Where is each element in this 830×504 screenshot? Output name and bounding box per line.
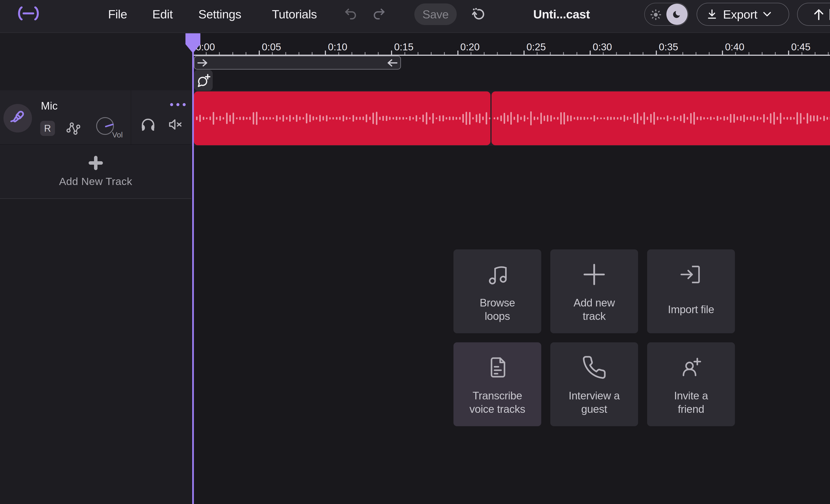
ruler-time-label: 0:25 xyxy=(526,41,546,53)
save-button[interactable]: Save xyxy=(414,3,457,25)
ruler-minor-tick xyxy=(351,52,352,55)
transcribe-document-icon xyxy=(485,355,510,380)
ruler-minor-tick xyxy=(206,52,206,55)
ruler-minor-tick xyxy=(775,52,776,55)
light-mode-sun-icon xyxy=(650,9,662,21)
quick-actions: Browseloops Add newtrack Import file Tra… xyxy=(453,249,735,426)
track-menu-button[interactable] xyxy=(170,101,186,108)
ruler-minor-tick xyxy=(682,52,683,55)
redo-button[interactable] xyxy=(372,7,386,21)
add-new-track-button[interactable]: Add New Track xyxy=(0,145,191,199)
theme-toggle[interactable] xyxy=(644,3,689,26)
ruler-major-tick xyxy=(259,51,260,55)
tile-import-file[interactable]: Import file xyxy=(647,249,735,333)
ruler-minor-tick xyxy=(246,52,247,55)
ruler-minor-tick xyxy=(616,52,617,55)
track-name[interactable]: Mic xyxy=(41,100,58,112)
person-plus-icon xyxy=(678,355,704,380)
tile-interview-a-guest[interactable]: Interview aguest xyxy=(550,342,638,426)
publish-up-arrow-icon xyxy=(813,8,824,20)
timeline-zoom-scrollbar[interactable] xyxy=(194,56,401,70)
mute-icon xyxy=(168,118,183,131)
track-header-main: Mic R Vol xyxy=(0,90,130,145)
publish-button[interactable] xyxy=(797,3,830,26)
ruler-minor-tick xyxy=(696,52,696,55)
monitor-headphones-button[interactable] xyxy=(141,118,155,131)
ruler-minor-tick xyxy=(378,52,379,55)
version-history-button[interactable] xyxy=(472,8,485,21)
ruler-time-label: 0:30 xyxy=(593,41,612,53)
dark-mode-moon-icon xyxy=(666,4,688,25)
left-panel: Mic R Vol xyxy=(0,33,191,504)
download-icon xyxy=(707,9,717,20)
ruler-minor-tick xyxy=(815,52,816,55)
waveform xyxy=(194,91,490,145)
version-history-icon xyxy=(472,8,485,21)
ruler-time-label: 0:45 xyxy=(791,41,810,53)
microphone-icon xyxy=(9,109,26,127)
ruler-minor-tick xyxy=(431,52,432,55)
menu-tutorials[interactable]: Tutorials xyxy=(272,0,317,33)
ruler-minor-tick xyxy=(748,52,749,55)
undo-button[interactable] xyxy=(344,7,357,21)
app-logo[interactable] xyxy=(16,6,41,20)
ruler-minor-tick xyxy=(709,52,710,55)
export-label: Export xyxy=(723,7,757,22)
track-header-monitor-section xyxy=(131,90,191,145)
audio-clip-1[interactable] xyxy=(194,91,490,145)
top-bar: FileEditSettingsTutorials Save Unti...ca… xyxy=(0,0,830,33)
automation-icon xyxy=(66,122,80,135)
menu-file[interactable]: File xyxy=(108,0,127,33)
ruler-minor-tick xyxy=(338,52,339,55)
ruler-major-tick xyxy=(788,51,789,55)
track-lane[interactable] xyxy=(191,90,830,146)
ruler-minor-tick xyxy=(510,52,511,55)
ruler-minor-tick xyxy=(405,52,405,55)
volume-knob-needle xyxy=(105,123,114,127)
add-comment-icon xyxy=(196,73,210,87)
record-arm-button[interactable]: R xyxy=(40,121,55,136)
tile-add-new-track[interactable]: Add newtrack xyxy=(550,249,638,333)
track-instrument-avatar[interactable] xyxy=(3,104,32,132)
import-file-icon xyxy=(678,262,704,287)
menu-edit[interactable]: Edit xyxy=(152,0,173,33)
project-title[interactable]: Unti...cast xyxy=(533,0,590,33)
menu-settings[interactable]: Settings xyxy=(198,0,241,33)
mute-button[interactable] xyxy=(168,118,183,131)
ruler-major-tick xyxy=(523,51,524,55)
ruler-minor-tick xyxy=(497,52,498,55)
ruler-minor-tick xyxy=(735,52,736,55)
tile-transcribe-voice-tracks[interactable]: Transcribevoice tracks xyxy=(453,342,541,426)
ruler-minor-tick xyxy=(285,52,286,55)
tile-browse-loops[interactable]: Browseloops xyxy=(453,249,541,333)
tile-label: Invite afriend xyxy=(647,389,735,416)
ruler-major-tick xyxy=(391,51,392,55)
tile-label: Browseloops xyxy=(453,296,541,323)
add-new-track-label: Add New Track xyxy=(59,175,132,187)
waveform xyxy=(491,91,830,145)
ruler-minor-tick xyxy=(312,52,313,55)
ruler-minor-tick xyxy=(232,52,233,55)
add-comment-button[interactable] xyxy=(194,70,213,91)
tile-invite-a-friend[interactable]: Invite afriend xyxy=(647,342,735,426)
ruler-minor-tick xyxy=(272,52,273,55)
ruler-time-label: 0:40 xyxy=(725,41,744,53)
tile-label: Interview aguest xyxy=(550,389,638,416)
tile-label: Transcribevoice tracks xyxy=(453,389,541,416)
scroll-right-arrow-icon xyxy=(197,58,208,68)
ruler-major-tick xyxy=(589,51,591,55)
ruler-minor-tick xyxy=(603,52,604,55)
ruler-minor-tick xyxy=(630,52,630,55)
automation-button[interactable] xyxy=(66,122,80,135)
volume-knob[interactable] xyxy=(96,117,114,135)
ruler-major-tick xyxy=(457,51,458,55)
audio-clip-2[interactable] xyxy=(491,91,830,145)
ruler-major-tick xyxy=(325,51,326,55)
ruler-major-tick xyxy=(193,51,194,55)
ruler-minor-tick xyxy=(828,52,829,55)
export-button[interactable]: Export xyxy=(697,3,789,26)
track-header-mic[interactable]: Mic R Vol xyxy=(0,90,191,145)
ruler-minor-tick xyxy=(762,52,763,55)
headphones-icon xyxy=(141,118,155,131)
music-note-icon xyxy=(485,262,510,287)
